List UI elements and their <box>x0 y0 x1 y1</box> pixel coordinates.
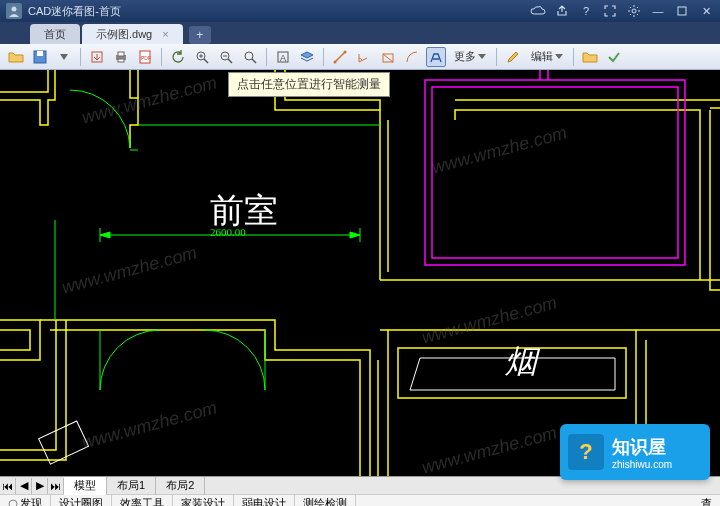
layout-nav-last[interactable]: ⏭ <box>48 478 64 494</box>
toolbar-separator <box>266 48 267 66</box>
status-tab-survey[interactable]: 测绘检测 <box>295 495 356 507</box>
measure-line-button[interactable] <box>330 47 350 67</box>
window-controls: ? — ✕ <box>530 3 714 19</box>
document-tab-strip: 首页 示例图.dwg× + <box>0 22 720 44</box>
svg-line-22 <box>335 52 345 62</box>
svg-text:A: A <box>280 53 286 63</box>
layout-tab-layout1[interactable]: 布局1 <box>107 477 156 495</box>
measure-area-button[interactable] <box>378 47 398 67</box>
brand-title: 知识屋 <box>612 435 672 459</box>
toolbar-separator <box>573 48 574 66</box>
open-folder-button[interactable] <box>6 47 26 67</box>
measure-tooltip: 点击任意位置进行智能测量 <box>228 72 390 97</box>
refresh-button[interactable] <box>168 47 188 67</box>
title-bar: CAD迷你看图-首页 ? — ✕ <box>0 0 720 22</box>
toolbar-separator <box>80 48 81 66</box>
svg-line-19 <box>252 59 256 63</box>
edit-pencil-button[interactable] <box>503 47 523 67</box>
status-tab-electrical[interactable]: 弱电设计 <box>234 495 295 507</box>
tab-example-dwg[interactable]: 示例图.dwg× <box>82 24 183 44</box>
status-tab-home-design[interactable]: 家装设计 <box>173 495 234 507</box>
fullscreen-icon[interactable] <box>602 3 618 19</box>
close-icon[interactable]: ✕ <box>698 3 714 19</box>
toolbar-separator <box>323 48 324 66</box>
svg-line-12 <box>204 59 208 63</box>
svg-rect-2 <box>678 7 686 15</box>
measure-angle-button[interactable] <box>354 47 374 67</box>
zoom-fit-button[interactable] <box>240 47 260 67</box>
svg-rect-4 <box>37 51 43 56</box>
brand-badge: ? 知识屋 zhishiwu.com <box>560 424 710 480</box>
layout-nav-prev[interactable]: ◀ <box>16 478 32 494</box>
drawing-canvas[interactable]: 点击任意位置进行智能测量 前室 2600.00 烟 www.wmzhe.com … <box>0 70 720 476</box>
zoom-out-button[interactable] <box>216 47 236 67</box>
svg-point-0 <box>12 7 17 12</box>
settings-icon[interactable] <box>626 3 642 19</box>
add-tab-button[interactable]: + <box>189 26 211 44</box>
svg-point-35 <box>9 500 17 507</box>
pdf-button[interactable]: PDF <box>135 47 155 67</box>
toolbar-separator <box>496 48 497 66</box>
svg-rect-34 <box>39 421 89 464</box>
toolbar-separator <box>161 48 162 66</box>
svg-point-18 <box>245 52 253 60</box>
status-right-text: 查 <box>701 496 720 506</box>
more-dropdown[interactable]: 更多 <box>450 49 490 64</box>
svg-line-26 <box>383 54 393 62</box>
svg-line-16 <box>228 59 232 63</box>
brand-question-icon: ? <box>568 434 604 470</box>
svg-text:PDF: PDF <box>141 55 151 61</box>
check-button[interactable] <box>604 47 624 67</box>
tab-close-icon[interactable]: × <box>162 28 168 40</box>
zoom-in-button[interactable] <box>192 47 212 67</box>
share-icon[interactable] <box>554 3 570 19</box>
text-button[interactable]: A <box>273 47 293 67</box>
status-tab-discover[interactable]: 发现 <box>0 495 51 507</box>
tab-home[interactable]: 首页 <box>30 24 80 44</box>
svg-rect-8 <box>118 59 124 62</box>
measure-highlight-button[interactable] <box>426 47 446 67</box>
svg-point-24 <box>344 50 347 53</box>
smoke-label-text: 烟 <box>505 340 537 384</box>
status-tab-design[interactable]: 设计圈图 <box>51 495 112 507</box>
measure-arc-button[interactable] <box>402 47 422 67</box>
user-avatar-icon[interactable] <box>6 3 22 19</box>
app-title: CAD迷你看图-首页 <box>28 4 121 19</box>
help-icon[interactable]: ? <box>578 3 594 19</box>
edit-dropdown[interactable]: 编辑 <box>527 49 567 64</box>
browse-button[interactable] <box>580 47 600 67</box>
layout-nav-first[interactable]: ⏮ <box>0 478 16 494</box>
svg-rect-7 <box>118 52 124 56</box>
cad-drawing <box>0 70 720 476</box>
layer-button[interactable] <box>297 47 317 67</box>
status-bar: 发现 设计圈图 效率工具 家装设计 弱电设计 测绘检测 查 <box>0 494 720 506</box>
status-tab-efficiency[interactable]: 效率工具 <box>112 495 173 507</box>
dimension-text: 2600.00 <box>210 226 246 238</box>
layout-nav-next[interactable]: ▶ <box>32 478 48 494</box>
main-toolbar: PDF A 更多 编辑 <box>0 44 720 70</box>
brand-url: zhishiwu.com <box>612 459 672 470</box>
svg-point-1 <box>632 9 636 13</box>
svg-point-23 <box>334 60 337 63</box>
minimize-icon[interactable]: — <box>650 3 666 19</box>
print-button[interactable] <box>111 47 131 67</box>
export-button[interactable] <box>87 47 107 67</box>
svg-rect-28 <box>425 80 685 265</box>
dropdown-arrow-icon[interactable] <box>54 47 74 67</box>
cloud-icon[interactable] <box>530 3 546 19</box>
svg-rect-29 <box>432 87 678 258</box>
maximize-icon[interactable] <box>674 3 690 19</box>
save-button[interactable] <box>30 47 50 67</box>
layout-tab-model[interactable]: 模型 <box>64 477 107 495</box>
layout-tab-layout2[interactable]: 布局2 <box>156 477 205 495</box>
